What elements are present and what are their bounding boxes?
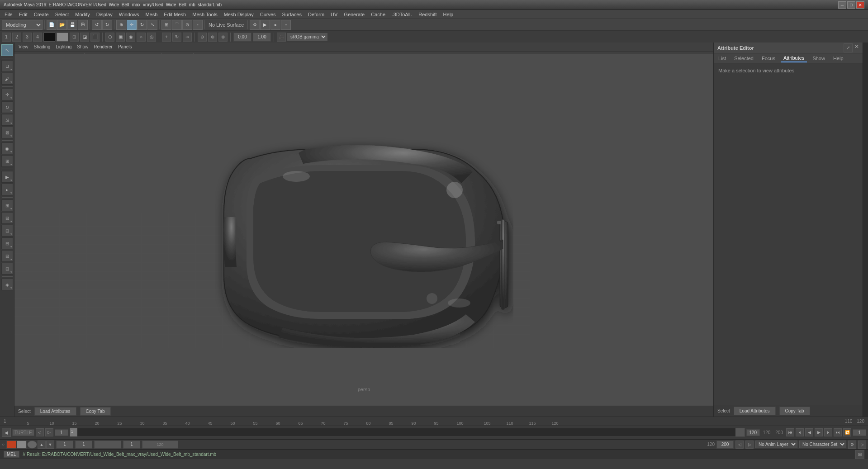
menu-windows[interactable]: Windows: [116, 11, 142, 18]
anim-increase-speed[interactable]: ▷: [745, 441, 754, 449]
lasso-tool-btn[interactable]: ⊔: [1, 60, 13, 72]
shaded-btn[interactable]: ⬛: [90, 33, 100, 42]
scale-tool-btn[interactable]: ⤡: [147, 20, 157, 30]
status-right-btn[interactable]: ⊞: [855, 450, 864, 459]
menu-cache[interactable]: Cache: [368, 11, 388, 18]
shelf-2-btn[interactable]: ⊟: [1, 212, 13, 224]
move-tool-btn[interactable]: ✛: [127, 20, 137, 30]
wireframe-shaded-btn[interactable]: ◪: [80, 33, 89, 42]
render-btn[interactable]: ▶: [260, 20, 270, 30]
menu-display[interactable]: Display: [94, 11, 115, 18]
anim-start-input[interactable]: [56, 441, 73, 449]
open-btn[interactable]: 📂: [57, 20, 67, 30]
paint-select-btn[interactable]: 🖌: [1, 73, 13, 85]
menu-edit-mesh[interactable]: Edit Mesh: [161, 11, 189, 18]
tl-go-start-btn[interactable]: ⏮: [786, 428, 794, 436]
channel-1-btn[interactable]: 1: [2, 33, 11, 42]
attr-editor-close-btn[interactable]: ✕: [854, 43, 859, 52]
anim-frame-input[interactable]: [123, 441, 140, 449]
channel-val2[interactable]: 1.00: [253, 33, 271, 42]
minimize-btn[interactable]: ─: [838, 1, 846, 9]
foreground-swatch[interactable]: [43, 33, 55, 42]
channel-val1[interactable]: 0.00: [233, 33, 251, 42]
load-attributes-btn[interactable]: Load Attributes: [34, 407, 76, 416]
anim-swatch-grey[interactable]: [17, 441, 27, 449]
attr-editor-expand-btn[interactable]: ⤢: [844, 43, 853, 52]
shelf-3-btn[interactable]: ⊟: [1, 225, 13, 237]
render-view-btn[interactable]: ▶: [1, 171, 13, 183]
undo-btn[interactable]: ↺: [92, 20, 102, 30]
menu-uv[interactable]: UV: [328, 11, 340, 18]
tl-prev-btn[interactable]: ◁: [36, 428, 44, 436]
timeline-expand-btn[interactable]: ◀: [2, 428, 11, 437]
attr-tab-focus[interactable]: Focus: [759, 55, 778, 62]
render-region-btn[interactable]: ▫: [281, 20, 291, 30]
viewport-canvas[interactable]: persp: [14, 54, 713, 406]
world-btn[interactable]: ⊗: [218, 33, 228, 42]
rotate-manip-btn[interactable]: ↻: [172, 33, 181, 42]
save-btn[interactable]: 💾: [67, 20, 77, 30]
save-as-btn[interactable]: 🖹: [78, 20, 88, 30]
background-swatch[interactable]: [57, 33, 68, 42]
no-character-set-select[interactable]: No Character Set: [799, 441, 846, 448]
maximize-btn[interactable]: □: [847, 1, 855, 9]
menu-modify[interactable]: Modify: [72, 11, 92, 18]
ipr-left-btn[interactable]: ▸: [1, 184, 13, 195]
menu-curves[interactable]: Curves: [257, 11, 279, 18]
menu-mesh[interactable]: Mesh: [142, 11, 160, 18]
tl-next-btn[interactable]: ▷: [45, 428, 53, 436]
copy-tab-btn[interactable]: Copy Tab: [80, 407, 111, 416]
rotate-tool-left-btn[interactable]: ↻: [1, 101, 13, 113]
timeline-track[interactable]: 1: [70, 428, 745, 437]
shelf-5-btn[interactable]: ⊟: [1, 250, 13, 262]
menu-redshift[interactable]: Redshift: [416, 11, 439, 18]
modeling-dropdown[interactable]: Modeling: [2, 20, 43, 30]
menu-edit[interactable]: Edit: [16, 11, 30, 18]
iso-btn[interactable]: ⬡: [105, 33, 114, 42]
anim-decrease-speed[interactable]: ◁: [735, 441, 744, 449]
attr-copy-tab-btn[interactable]: Copy Tab: [779, 407, 810, 415]
timeline-range-end[interactable]: [746, 429, 760, 436]
view-menu[interactable]: View: [16, 44, 31, 50]
attr-load-attrs-btn[interactable]: Load Attributes: [734, 407, 776, 415]
tl-play-fwd-btn[interactable]: ▶: [815, 428, 823, 436]
soft-select-btn[interactable]: ◉: [1, 142, 13, 154]
renderer-menu[interactable]: Renderer: [91, 44, 115, 50]
ambient-btn[interactable]: ○: [137, 33, 146, 42]
menu-help[interactable]: Help: [441, 11, 456, 18]
menu-3dto-all[interactable]: -3DToAll-: [389, 11, 415, 18]
tl-next-frame-btn[interactable]: ⏵: [824, 428, 832, 436]
shader-btn[interactable]: ◎: [147, 33, 156, 42]
menu-deform[interactable]: Deform: [305, 11, 327, 18]
move-tool-left-btn[interactable]: ✛: [1, 89, 13, 100]
local-btn[interactable]: ⊕: [208, 33, 217, 42]
anim-arrow-down[interactable]: ▼: [46, 441, 54, 449]
scale-manip-btn[interactable]: ⇥: [183, 33, 192, 42]
tl-go-end-btn[interactable]: ⏭: [834, 428, 842, 436]
channel-2-btn[interactable]: 2: [12, 33, 21, 42]
select-mode-btn[interactable]: ↖: [1, 44, 13, 56]
panels-menu[interactable]: Panels: [116, 44, 134, 50]
attr-tab-attributes[interactable]: Attributes: [781, 54, 807, 62]
anim-end-input[interactable]: [75, 441, 92, 449]
menu-mesh-display[interactable]: Mesh Display: [221, 11, 256, 18]
shading-menu[interactable]: Shading: [32, 44, 53, 50]
menu-mesh-tools[interactable]: Mesh Tools: [190, 11, 220, 18]
timeline-current-frame-marker[interactable]: 1: [70, 428, 77, 436]
anim-swatch-red[interactable]: [6, 441, 16, 449]
menu-generate[interactable]: Generate: [341, 11, 367, 18]
redo-btn[interactable]: ↻: [102, 20, 112, 30]
attr-tab-selected[interactable]: Selected: [731, 55, 756, 62]
timeline-current-input[interactable]: [853, 429, 866, 436]
snap-grid-btn[interactable]: ⊞: [161, 20, 171, 30]
snap-curve-btn[interactable]: ⌒: [172, 20, 182, 30]
gimbal-btn[interactable]: ⊖: [198, 33, 207, 42]
anim-swatch-round[interactable]: [27, 441, 37, 449]
snap-point-btn[interactable]: ⊙: [182, 20, 192, 30]
timeline-end-marker[interactable]: [735, 428, 745, 436]
show-manip-btn[interactable]: ⊞: [1, 155, 13, 167]
misc-1-btn[interactable]: ◈: [1, 279, 13, 290]
tl-play-back-btn[interactable]: ◀: [805, 428, 813, 436]
lighting-menu[interactable]: Lighting: [53, 44, 74, 50]
shelf-4-btn[interactable]: ⊟: [1, 237, 13, 249]
